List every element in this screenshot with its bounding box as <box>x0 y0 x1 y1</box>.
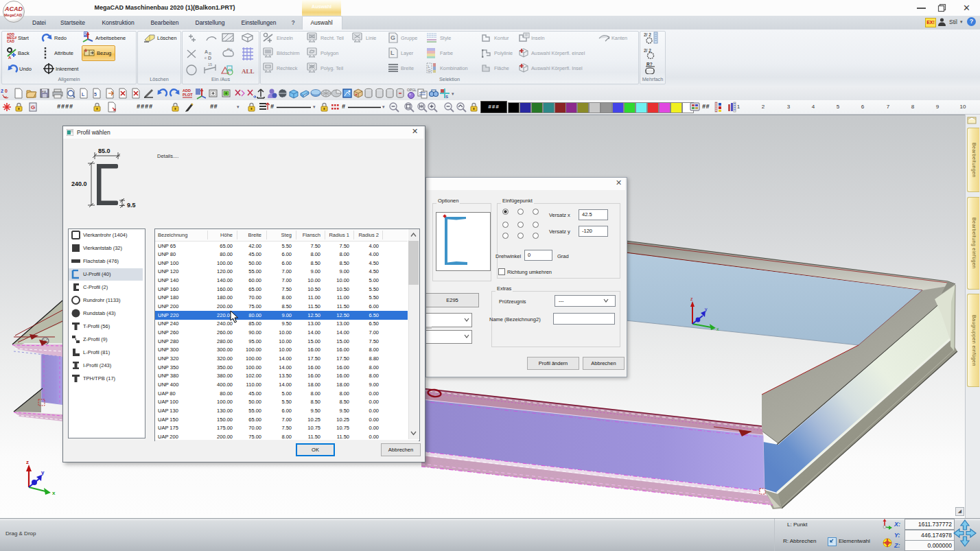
svg-text:x: x <box>716 327 719 331</box>
svg-text:z: z <box>26 459 29 465</box>
svg-text:x: x <box>52 490 56 496</box>
svg-text:9.5: 9.5 <box>127 202 136 209</box>
svg-text:85.0: 85.0 <box>98 148 110 154</box>
svg-text:y: y <box>705 307 708 312</box>
svg-text:240.0: 240.0 <box>71 180 87 187</box>
svg-text:y: y <box>41 469 45 476</box>
svg-text:z: z <box>690 296 693 301</box>
